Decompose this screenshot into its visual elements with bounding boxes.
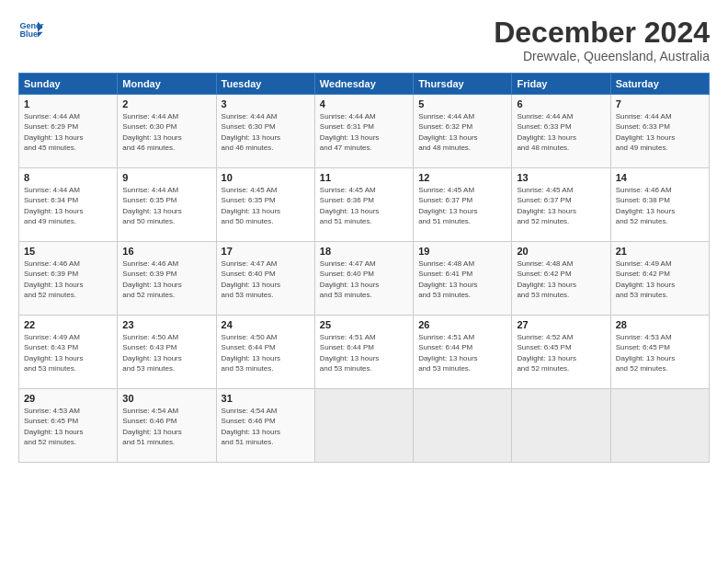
day-info: Sunrise: 4:54 AM Sunset: 6:46 PM Dayligh…	[122, 406, 210, 447]
day-number: 28	[616, 319, 704, 330]
header-wednesday: Wednesday	[314, 74, 413, 95]
day-info: Sunrise: 4:49 AM Sunset: 6:43 PM Dayligh…	[24, 332, 112, 373]
calendar-cell: 17Sunrise: 4:47 AM Sunset: 6:40 PM Dayli…	[216, 242, 314, 316]
day-number: 20	[517, 246, 605, 257]
day-info: Sunrise: 4:45 AM Sunset: 6:37 PM Dayligh…	[517, 185, 605, 226]
page-header: General Blue December 2024 Drewvale, Que…	[18, 17, 710, 63]
header-friday: Friday	[512, 74, 610, 95]
day-number: 15	[24, 246, 112, 257]
day-number: 16	[122, 246, 210, 257]
calendar-cell	[414, 389, 512, 463]
day-info: Sunrise: 4:50 AM Sunset: 6:43 PM Dayligh…	[122, 332, 210, 373]
day-number: 12	[418, 172, 506, 183]
logo-icon: General Blue	[18, 17, 44, 42]
week-row-4: 22Sunrise: 4:49 AM Sunset: 6:43 PM Dayli…	[19, 316, 710, 389]
day-info: Sunrise: 4:46 AM Sunset: 6:39 PM Dayligh…	[122, 259, 210, 300]
day-number: 8	[24, 172, 112, 183]
day-number: 25	[320, 319, 408, 330]
calendar-cell: 2Sunrise: 4:44 AM Sunset: 6:30 PM Daylig…	[118, 95, 216, 168]
day-info: Sunrise: 4:47 AM Sunset: 6:40 PM Dayligh…	[222, 259, 310, 300]
day-info: Sunrise: 4:54 AM Sunset: 6:46 PM Dayligh…	[222, 406, 310, 447]
calendar-cell: 22Sunrise: 4:49 AM Sunset: 6:43 PM Dayli…	[19, 316, 118, 389]
day-info: Sunrise: 4:51 AM Sunset: 6:44 PM Dayligh…	[418, 332, 506, 373]
day-number: 10	[222, 172, 310, 183]
day-number: 1	[24, 98, 112, 109]
day-info: Sunrise: 4:44 AM Sunset: 6:35 PM Dayligh…	[122, 185, 210, 226]
day-info: Sunrise: 4:47 AM Sunset: 6:40 PM Dayligh…	[320, 259, 408, 300]
week-row-5: 29Sunrise: 4:53 AM Sunset: 6:45 PM Dayli…	[19, 389, 710, 463]
day-number: 21	[616, 246, 704, 257]
week-row-3: 15Sunrise: 4:46 AM Sunset: 6:39 PM Dayli…	[19, 242, 710, 316]
calendar-cell: 8Sunrise: 4:44 AM Sunset: 6:34 PM Daylig…	[19, 168, 118, 242]
calendar-cell: 21Sunrise: 4:49 AM Sunset: 6:42 PM Dayli…	[610, 242, 709, 316]
day-info: Sunrise: 4:53 AM Sunset: 6:45 PM Dayligh…	[616, 332, 704, 373]
calendar-cell: 30Sunrise: 4:54 AM Sunset: 6:46 PM Dayli…	[118, 389, 216, 463]
calendar-header-row: SundayMondayTuesdayWednesdayThursdayFrid…	[19, 74, 710, 95]
calendar-cell: 13Sunrise: 4:45 AM Sunset: 6:37 PM Dayli…	[512, 168, 610, 242]
day-number: 22	[24, 319, 112, 330]
calendar-cell: 27Sunrise: 4:52 AM Sunset: 6:45 PM Dayli…	[512, 316, 610, 389]
day-info: Sunrise: 4:48 AM Sunset: 6:41 PM Dayligh…	[418, 259, 506, 300]
day-number: 27	[517, 319, 605, 330]
calendar-cell: 11Sunrise: 4:45 AM Sunset: 6:36 PM Dayli…	[314, 168, 413, 242]
day-number: 17	[222, 246, 310, 257]
header-thursday: Thursday	[414, 74, 512, 95]
day-number: 19	[418, 246, 506, 257]
day-info: Sunrise: 4:49 AM Sunset: 6:42 PM Dayligh…	[616, 259, 704, 300]
day-number: 3	[222, 98, 310, 109]
calendar-cell: 25Sunrise: 4:51 AM Sunset: 6:44 PM Dayli…	[314, 316, 413, 389]
day-number: 5	[418, 98, 506, 109]
calendar-cell: 31Sunrise: 4:54 AM Sunset: 6:46 PM Dayli…	[216, 389, 314, 463]
day-number: 23	[122, 319, 210, 330]
day-number: 14	[616, 172, 704, 183]
day-number: 26	[418, 319, 506, 330]
day-info: Sunrise: 4:52 AM Sunset: 6:45 PM Dayligh…	[517, 332, 605, 373]
day-info: Sunrise: 4:44 AM Sunset: 6:30 PM Dayligh…	[122, 111, 210, 153]
svg-text:Blue: Blue	[19, 29, 38, 39]
day-info: Sunrise: 4:48 AM Sunset: 6:42 PM Dayligh…	[517, 259, 605, 300]
day-info: Sunrise: 4:44 AM Sunset: 6:33 PM Dayligh…	[616, 111, 704, 153]
header-monday: Monday	[118, 74, 216, 95]
header-sunday: Sunday	[19, 74, 118, 95]
day-info: Sunrise: 4:51 AM Sunset: 6:44 PM Dayligh…	[320, 332, 408, 373]
calendar-cell: 20Sunrise: 4:48 AM Sunset: 6:42 PM Dayli…	[512, 242, 610, 316]
calendar-cell: 23Sunrise: 4:50 AM Sunset: 6:43 PM Dayli…	[118, 316, 216, 389]
day-info: Sunrise: 4:44 AM Sunset: 6:29 PM Dayligh…	[24, 111, 112, 153]
week-row-2: 8Sunrise: 4:44 AM Sunset: 6:34 PM Daylig…	[19, 168, 710, 242]
calendar-cell: 14Sunrise: 4:46 AM Sunset: 6:38 PM Dayli…	[610, 168, 709, 242]
day-number: 11	[320, 172, 408, 183]
day-number: 6	[517, 98, 605, 109]
day-info: Sunrise: 4:44 AM Sunset: 6:34 PM Dayligh…	[24, 185, 112, 226]
day-number: 29	[24, 393, 112, 404]
calendar-cell	[610, 389, 709, 463]
logo: General Blue	[18, 17, 44, 42]
calendar-title: December 2024	[494, 17, 710, 49]
calendar-table: SundayMondayTuesdayWednesdayThursdayFrid…	[18, 73, 710, 463]
calendar-cell: 6Sunrise: 4:44 AM Sunset: 6:33 PM Daylig…	[512, 95, 610, 168]
day-number: 7	[616, 98, 704, 109]
day-info: Sunrise: 4:44 AM Sunset: 6:31 PM Dayligh…	[320, 111, 408, 153]
day-info: Sunrise: 4:44 AM Sunset: 6:30 PM Dayligh…	[222, 111, 310, 153]
day-number: 4	[320, 98, 408, 109]
title-block: December 2024 Drewvale, Queensland, Aust…	[494, 17, 710, 63]
header-saturday: Saturday	[610, 74, 709, 95]
day-info: Sunrise: 4:46 AM Sunset: 6:39 PM Dayligh…	[24, 259, 112, 300]
day-info: Sunrise: 4:44 AM Sunset: 6:32 PM Dayligh…	[418, 111, 506, 153]
day-info: Sunrise: 4:45 AM Sunset: 6:37 PM Dayligh…	[418, 185, 506, 226]
day-number: 24	[222, 319, 310, 330]
day-number: 18	[320, 246, 408, 257]
calendar-cell	[314, 389, 413, 463]
calendar-cell: 3Sunrise: 4:44 AM Sunset: 6:30 PM Daylig…	[216, 95, 314, 168]
calendar-cell: 5Sunrise: 4:44 AM Sunset: 6:32 PM Daylig…	[414, 95, 512, 168]
day-number: 13	[517, 172, 605, 183]
calendar-cell: 7Sunrise: 4:44 AM Sunset: 6:33 PM Daylig…	[610, 95, 709, 168]
day-info: Sunrise: 4:45 AM Sunset: 6:35 PM Dayligh…	[222, 185, 310, 226]
calendar-cell: 10Sunrise: 4:45 AM Sunset: 6:35 PM Dayli…	[216, 168, 314, 242]
calendar-cell	[512, 389, 610, 463]
calendar-cell: 18Sunrise: 4:47 AM Sunset: 6:40 PM Dayli…	[314, 242, 413, 316]
day-info: Sunrise: 4:50 AM Sunset: 6:44 PM Dayligh…	[222, 332, 310, 373]
calendar-cell: 1Sunrise: 4:44 AM Sunset: 6:29 PM Daylig…	[19, 95, 118, 168]
calendar-cell: 4Sunrise: 4:44 AM Sunset: 6:31 PM Daylig…	[314, 95, 413, 168]
calendar-cell: 15Sunrise: 4:46 AM Sunset: 6:39 PM Dayli…	[19, 242, 118, 316]
day-number: 30	[122, 393, 210, 404]
